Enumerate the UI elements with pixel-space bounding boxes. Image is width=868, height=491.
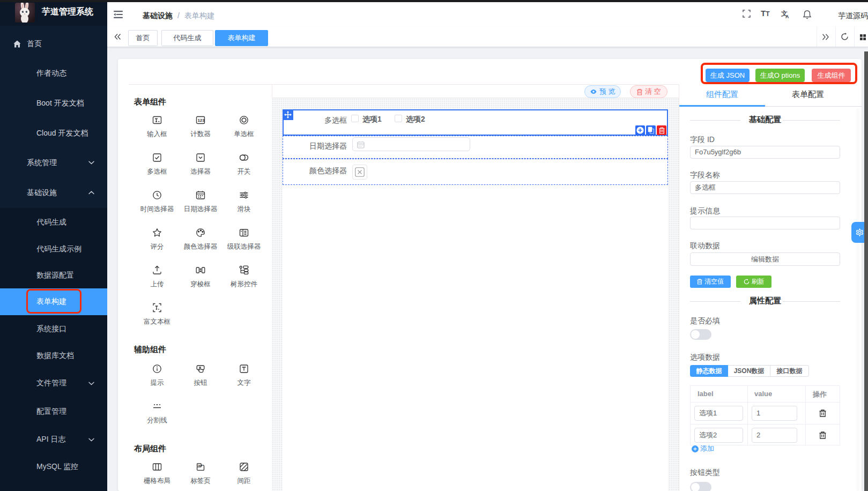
svg-text:123: 123 xyxy=(197,118,205,123)
svg-text:A: A xyxy=(785,14,789,19)
